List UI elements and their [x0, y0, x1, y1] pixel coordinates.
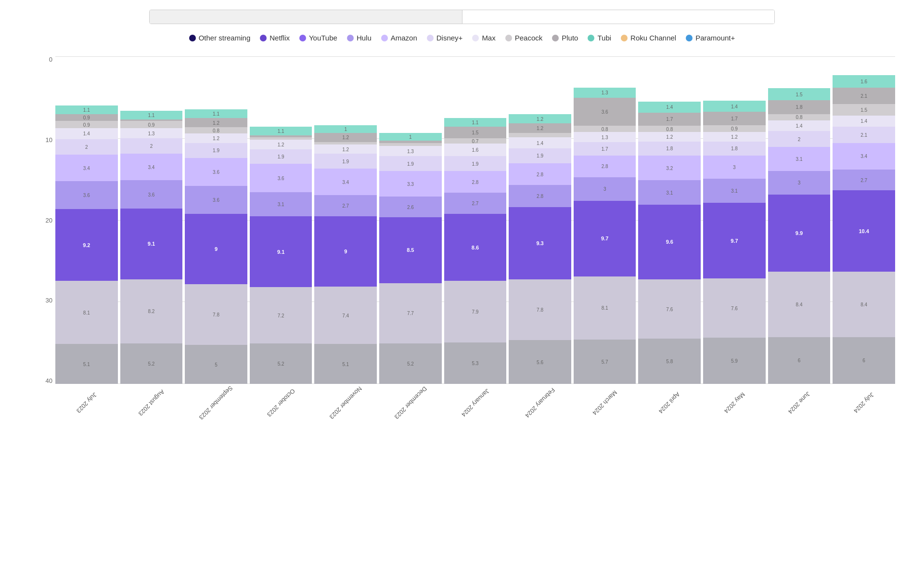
- segment-label: 2.7: [860, 177, 867, 183]
- y-tick: 40: [46, 378, 52, 384]
- segment-label: 7.6: [666, 306, 673, 312]
- segment-label: 9.1: [148, 241, 155, 247]
- legend-label: Peacock: [515, 34, 543, 42]
- segment-label: 1.7: [731, 116, 738, 121]
- bar-segment: 1.9: [509, 148, 571, 163]
- bar-segment: 1: [314, 125, 377, 133]
- segment-label: 3.6: [213, 197, 219, 202]
- segment-label: 3.2: [666, 165, 673, 171]
- chart-wrapper: 403020100 5.18.19.23.63.421.40.90.91.15.…: [29, 56, 895, 420]
- segment-label: 0.8: [796, 115, 803, 120]
- segment-label: 6: [798, 358, 801, 363]
- segment-label: 1.8: [666, 146, 673, 151]
- segment-label: 7.2: [278, 313, 284, 318]
- bar-segment: 0.8: [185, 127, 247, 133]
- y-ticks: 403020100: [46, 56, 55, 384]
- segment-label: 2.7: [472, 201, 479, 206]
- segment-label: 5.1: [342, 361, 349, 367]
- segment-label: 6: [862, 358, 865, 363]
- segment-label: 1.2: [342, 146, 349, 152]
- bar-segment: 1.5: [444, 127, 507, 138]
- bar-segment: 1.2: [185, 133, 247, 143]
- segment-label: 8.6: [472, 245, 479, 250]
- segment-label: 9.2: [83, 242, 90, 248]
- legend-item: Max: [472, 34, 495, 42]
- bar-segment: 2: [55, 139, 118, 155]
- bar-segment: 5.1: [314, 344, 377, 384]
- segment-label: 1.1: [472, 119, 479, 125]
- bar-segment: 3.6: [185, 158, 247, 186]
- segment-label: 0.9: [148, 122, 154, 127]
- segment-label: 1.9: [213, 148, 219, 153]
- x-label: August 2023: [120, 386, 183, 420]
- bar-segment: 9.2: [55, 209, 118, 281]
- legend-label: Other streaming: [199, 34, 251, 42]
- segment-label: 1.2: [213, 120, 219, 125]
- segment-label: 9: [215, 246, 218, 252]
- bar-segment: [314, 142, 377, 144]
- bar-segment: 3: [574, 177, 636, 201]
- bar-segment: 2.8: [444, 171, 507, 193]
- bar-segment: 0.7: [444, 138, 507, 144]
- x-label: December 2023: [379, 386, 442, 420]
- x-label: July 2023: [55, 386, 118, 420]
- bar-segment: 9.7: [703, 203, 766, 278]
- bar-segment: 9: [314, 216, 377, 287]
- segment-label: 2.1: [860, 93, 867, 98]
- legend-item: Other streaming: [189, 34, 251, 42]
- bar-segment: 1.2: [703, 132, 766, 141]
- segment-label: 9.7: [601, 236, 608, 241]
- segment-label: 8.4: [860, 302, 867, 307]
- bar-segment: 3.2: [638, 156, 701, 181]
- legend-item: Amazon: [381, 34, 417, 42]
- bar-segment: 1.7: [574, 142, 636, 156]
- bar-segment: 1.5: [768, 88, 831, 100]
- segment-label: 1.1: [213, 111, 219, 117]
- segment-label: 1.9: [342, 158, 349, 164]
- bar-segment: 10.4: [833, 190, 895, 271]
- bar-segment: 1.2: [185, 118, 247, 127]
- legend-dot: [427, 35, 434, 41]
- y-tick: 20: [46, 217, 52, 223]
- segment-label: 2: [85, 144, 88, 149]
- bar-segment: 9.7: [574, 201, 636, 276]
- segment-label: 1.8: [796, 105, 803, 110]
- legend-dot: [686, 35, 693, 41]
- segment-label: 5.7: [602, 359, 608, 364]
- bar-stack: 5.78.19.732.81.71.30.83.61.3: [574, 88, 636, 384]
- segment-label: 1.3: [148, 131, 154, 136]
- segment-label: 1.4: [666, 105, 673, 110]
- bar-segment: 1.7: [638, 113, 701, 126]
- segment-label: 0.8: [666, 126, 673, 131]
- segment-label: 7.7: [407, 311, 414, 316]
- segment-label: 1.5: [472, 130, 479, 135]
- legend-label: Pluto: [562, 34, 578, 42]
- bar-segment: 1.3: [574, 132, 636, 142]
- bar-segment: [379, 143, 442, 146]
- bar-segment: 1.2: [314, 144, 377, 154]
- segment-label: 5.6: [537, 359, 543, 365]
- segment-label: 2: [150, 144, 153, 149]
- x-label: February 2024: [509, 386, 571, 420]
- y-tick: 0: [49, 56, 52, 63]
- bar-segment: 3.6: [574, 98, 636, 126]
- bar-segment: 2.7: [314, 195, 377, 216]
- segment-label: 3.1: [731, 188, 738, 194]
- bar-segment: 1.1: [120, 111, 183, 119]
- bar-segment: 7.2: [250, 287, 312, 343]
- y-tick: 10: [46, 137, 52, 143]
- bar-segment: 2.7: [444, 193, 507, 214]
- segment-label: 1.7: [666, 117, 673, 122]
- bar-segment: 1.2: [638, 132, 701, 141]
- bar-segment: [509, 133, 571, 138]
- bar-segment: 6: [833, 337, 895, 384]
- tab-share-tv[interactable]: [150, 10, 462, 24]
- x-label: September 2023: [185, 386, 247, 420]
- bar-segment: 1.2: [314, 133, 377, 142]
- tab-streaming[interactable]: [462, 10, 775, 24]
- segment-label: 1.7: [602, 146, 608, 151]
- bar-segment: 2: [768, 131, 831, 146]
- x-label: January 2024: [444, 386, 507, 420]
- x-label: May 2024: [703, 386, 766, 420]
- bar-segment: 1.9: [250, 149, 312, 164]
